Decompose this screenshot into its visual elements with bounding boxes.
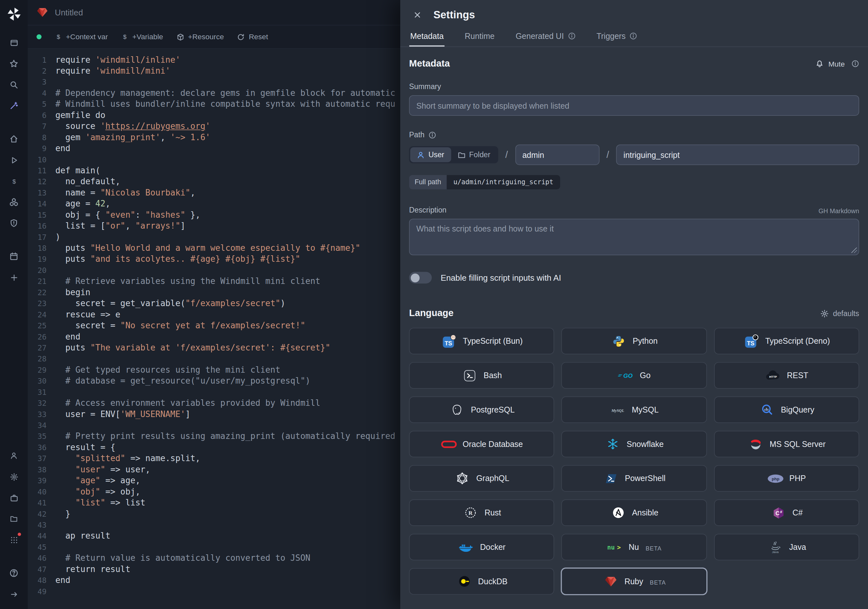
language-label: PHP [789, 474, 806, 483]
code-text: age = 42, [55, 198, 110, 209]
tab-metadata[interactable]: Metadata [409, 28, 445, 46]
svg-text:MySQL: MySQL [611, 408, 624, 412]
language-powershell-button[interactable]: PowerShell [562, 465, 707, 492]
reset-button[interactable]: Reset [237, 33, 268, 41]
briefcase-icon[interactable] [5, 489, 23, 507]
language-duckdb-button[interactable]: DuckDB [409, 568, 555, 595]
script-title-input[interactable] [55, 8, 209, 17]
language-docker-button[interactable]: Docker [409, 534, 555, 561]
bash-icon [461, 369, 478, 382]
language-bigquery-button[interactable]: BigQuery [714, 397, 859, 423]
close-icon [413, 11, 422, 20]
language-label: Bash [484, 371, 502, 380]
code-text: require 'windmill/mini' [55, 65, 170, 76]
language-ms-sql-server-button[interactable]: MS SQL Server [714, 431, 859, 457]
nu-icon: nu> [607, 543, 623, 551]
language-oracle-database-button[interactable]: Oracle Database [409, 431, 555, 457]
php-icon: php [767, 474, 784, 483]
language-python-button[interactable]: Python [562, 328, 707, 354]
dollar-icon[interactable]: $ [5, 172, 23, 190]
svg-text:>: > [617, 544, 621, 551]
tab-label: Metadata [410, 31, 444, 40]
beta-badge: BETA [646, 543, 662, 551]
wand-icon[interactable] [5, 97, 23, 115]
add-resource-button[interactable]: +Resource [177, 33, 224, 41]
windmill-logo-icon[interactable] [5, 5, 22, 22]
description-label: Description [409, 206, 446, 214]
add-resource-label: +Resource [188, 33, 224, 41]
line-number: 18 [28, 242, 55, 253]
oracle-icon [440, 440, 457, 448]
folder-toggle[interactable]: Folder [451, 147, 497, 162]
line-number: 21 [28, 276, 55, 287]
language-defaults-button[interactable]: defaults [820, 309, 859, 318]
code-text: obj = { "even": "hashes" }, [55, 209, 200, 220]
description-row: Description GH Markdown [409, 206, 859, 214]
line-number: 25 [28, 320, 55, 331]
play-icon[interactable] [5, 151, 23, 169]
language-nu-button[interactable]: nu>NuBETA [562, 534, 707, 561]
user-toggle[interactable]: User [410, 147, 451, 162]
svg-text:$: $ [57, 33, 60, 40]
home-icon[interactable] [5, 130, 23, 148]
folder-icon[interactable] [5, 510, 23, 528]
full-path-label: Full path [409, 175, 447, 189]
help-icon[interactable] [5, 564, 23, 582]
language-c-button[interactable]: C#C# [714, 499, 859, 526]
tab-generated-ui[interactable]: Generated UI [515, 28, 577, 46]
language-ansible-button[interactable]: Ansible [562, 499, 707, 526]
language-graphql-button[interactable]: GraphQL [409, 465, 555, 492]
add-variable-button[interactable]: $ +Variable [121, 33, 163, 41]
line-number: 2 [28, 65, 55, 76]
svg-text:nu: nu [607, 544, 614, 551]
line-number: 28 [28, 353, 55, 364]
language-postgresql-button[interactable]: PostgreSQL [409, 397, 555, 423]
svg-text:php: php [772, 476, 779, 481]
add-context-var-button[interactable]: $ +Context var [55, 33, 108, 41]
go-icon: GO [618, 371, 634, 380]
person-icon[interactable] [5, 447, 23, 465]
language-ruby-button[interactable]: RubyBETA [562, 568, 707, 595]
summary-input[interactable] [409, 95, 859, 116]
tab-triggers[interactable]: Triggers [595, 28, 639, 46]
language-rest-button[interactable]: HTTPREST [714, 362, 859, 389]
owner-input[interactable] [515, 144, 599, 165]
language-mysql-button[interactable]: MySQLMySQL [562, 397, 707, 423]
line-number: 42 [28, 508, 55, 519]
language-snowflake-button[interactable]: Snowflake [562, 431, 707, 457]
gear-icon[interactable] [5, 468, 23, 485]
grid-icon[interactable] [5, 531, 23, 549]
description-textarea[interactable] [409, 218, 859, 255]
shield-icon[interactable] [5, 214, 23, 232]
description-wrap [409, 218, 859, 255]
python-icon [611, 335, 627, 347]
language-java-button[interactable]: JavaJava [714, 534, 859, 561]
language-go-button[interactable]: GOGo [562, 362, 707, 389]
language-php-button[interactable]: phpPHP [714, 465, 859, 492]
script-name-input[interactable] [616, 144, 859, 165]
status-dot [37, 34, 42, 39]
language-typescript-deno-button[interactable]: TSTypeScript (Deno) [714, 328, 859, 354]
info-icon[interactable] [851, 60, 859, 68]
ai-fill-toggle[interactable] [409, 272, 432, 283]
arrow-right-icon[interactable] [5, 585, 23, 603]
search-icon[interactable] [5, 76, 23, 94]
language-bash-button[interactable]: Bash [409, 362, 555, 389]
line-number: 45 [28, 541, 55, 552]
tab-runtime[interactable]: Runtime [463, 28, 496, 46]
language-rust-button[interactable]: RRust [409, 499, 555, 526]
close-button[interactable] [409, 7, 426, 23]
plus-icon[interactable] [5, 268, 23, 286]
info-icon[interactable] [428, 131, 436, 139]
mute-button[interactable]: Mute [815, 59, 845, 68]
editor-icon[interactable] [5, 34, 23, 51]
code-text: # database = get_resource("u/user/my_pos… [55, 375, 310, 386]
calendar-icon[interactable] [5, 248, 23, 265]
language-typescript-bun-button[interactable]: TSTypeScript (Bun) [409, 328, 555, 354]
star-icon[interactable] [5, 55, 23, 72]
graphql-icon [454, 473, 471, 485]
blocks-icon[interactable] [5, 193, 23, 211]
language-grid: TSTypeScript (Bun)PythonTSTypeScript (De… [409, 328, 859, 595]
code-text: secret = get_variable("f/examples/secret… [55, 298, 285, 309]
code-text: puts "The variable at 'f/examples/secret… [55, 342, 330, 353]
